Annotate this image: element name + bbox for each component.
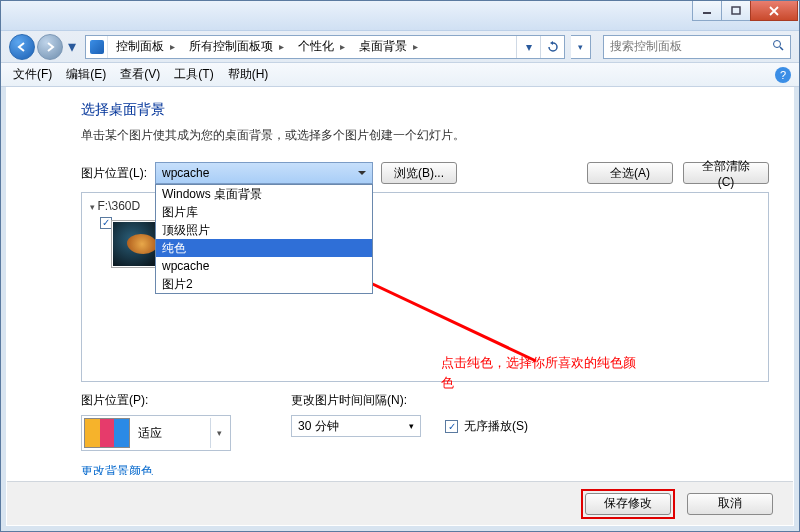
shuffle-checkbox-row[interactable]: ✓ 无序播放(S) [445,418,528,435]
toolbar: ▾ 控制面板 所有控制面板项 个性化 桌面背景 ▾ ▾ 搜索控制面板 [1,31,799,63]
select-all-button[interactable]: 全选(A) [587,162,673,184]
combobox-current-value: wpcache [162,166,209,180]
address-dropdown-icon[interactable]: ▾ [516,36,540,58]
picture-location-label: 图片位置(L): [81,165,147,182]
menu-edit[interactable]: 编辑(E) [60,64,112,85]
breadcrumb-seg-4[interactable]: 桌面背景 [351,36,424,58]
menubar: 文件(F) 编辑(E) 查看(V) 工具(T) 帮助(H) ? [1,63,799,87]
content-area: 选择桌面背景 单击某个图片使其成为您的桌面背景，或选择多个图片创建一个幻灯片。 … [11,93,789,475]
breadcrumb-seg-1[interactable]: 控制面板 [108,36,181,58]
page-description: 单击某个图片使其成为您的桌面背景，或选择多个图片创建一个幻灯片。 [81,127,769,144]
menu-view[interactable]: 查看(V) [114,64,166,85]
chevron-down-icon: ▾ [409,421,414,431]
interval-label: 更改图片时间间隔(N): [291,392,528,409]
picture-position-label: 图片位置(P): [81,392,231,409]
dropdown-option[interactable]: Windows 桌面背景 [156,185,372,203]
maximize-button[interactable] [721,1,751,21]
picture-location-dropdown-list: Windows 桌面背景 图片库 顶级照片 纯色 wpcache 图片2 [155,184,373,294]
nav-forward-button[interactable] [37,34,63,60]
refresh-button[interactable] [540,36,564,58]
breadcrumb-seg-2[interactable]: 所有控制面板项 [181,36,290,58]
svg-text:?: ? [780,69,786,81]
chevron-down-icon: ▾ [210,418,228,448]
nav-back-button[interactable] [9,34,35,60]
window-root: ▾ 控制面板 所有控制面板项 个性化 桌面背景 ▾ ▾ 搜索控制面板 文件(F)… [0,0,800,532]
picture-position-dropdown[interactable]: 适应 ▾ [81,415,231,451]
picture-location-combobox[interactable]: wpcache [155,162,373,184]
minimize-button[interactable] [692,1,722,21]
change-background-color-link[interactable]: 更改背景颜色 [81,463,153,475]
footer-bar: 保存修改 取消 [7,481,793,525]
clear-all-button[interactable]: 全部清除(C) [683,162,769,184]
shuffle-checkbox[interactable]: ✓ [445,420,458,433]
gallery-group-label[interactable]: F:\360D [90,199,140,213]
fit-preview-icon [84,418,130,448]
control-panel-icon [86,36,108,58]
search-placeholder: 搜索控制面板 [610,38,682,55]
nav-history-dropdown[interactable]: ▾ [65,37,79,57]
search-input[interactable]: 搜索控制面板 [603,35,791,59]
page-title: 选择桌面背景 [81,101,769,119]
interval-dropdown[interactable]: 30 分钟 ▾ [291,415,421,437]
fit-value: 适应 [130,425,210,442]
dropdown-option[interactable]: 图片库 [156,203,372,221]
titlebar [1,1,799,31]
dropdown-option[interactable]: wpcache [156,257,372,275]
cancel-button[interactable]: 取消 [687,493,773,515]
svg-rect-0 [703,12,711,14]
svg-line-3 [780,47,783,50]
help-icon[interactable]: ? [773,65,793,85]
shuffle-label: 无序播放(S) [464,418,528,435]
interval-value: 30 分钟 [298,418,339,435]
menu-file[interactable]: 文件(F) [7,64,58,85]
annotation-highlight-box: 保存修改 [581,489,675,519]
svg-rect-1 [732,7,740,14]
annotation-text: 点击纯色，选择你所喜欢的纯色颜色 [441,353,641,392]
address-history-button[interactable]: ▾ [571,35,591,59]
search-icon [772,39,784,54]
thumbnail-checkbox[interactable]: ✓ [100,217,112,229]
browse-button[interactable]: 浏览(B)... [381,162,457,184]
dropdown-option[interactable]: 图片2 [156,275,372,293]
breadcrumb-seg-3[interactable]: 个性化 [290,36,351,58]
menu-tools[interactable]: 工具(T) [168,64,219,85]
save-button[interactable]: 保存修改 [585,493,671,515]
close-button[interactable] [750,1,798,21]
dropdown-option-selected[interactable]: 纯色 [156,239,372,257]
svg-point-2 [774,41,781,48]
dropdown-option[interactable]: 顶级照片 [156,221,372,239]
breadcrumb[interactable]: 控制面板 所有控制面板项 个性化 桌面背景 ▾ [85,35,565,59]
menu-help[interactable]: 帮助(H) [222,64,275,85]
